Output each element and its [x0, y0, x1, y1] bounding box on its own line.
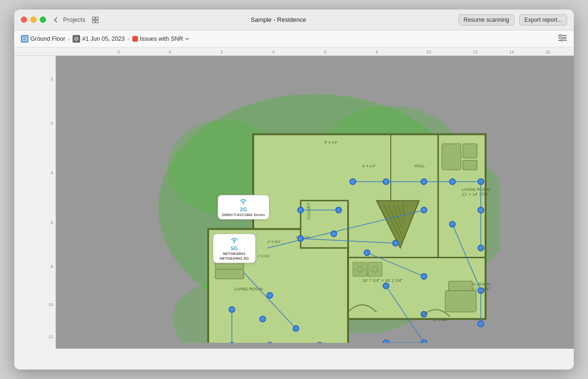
breadcrumb-filter[interactable]: Issues with SNR — [132, 36, 190, 42]
svg-text:11' 3 3/4": 11' 3 3/4" — [433, 318, 448, 322]
grid-view-toggle[interactable] — [92, 17, 99, 23]
ruler-v-tick-8: 8 — [51, 264, 53, 269]
ruler-h-tick-16: 16 — [545, 50, 550, 54]
ruler-v-tick-10: 10 — [48, 302, 53, 307]
svg-text:8' 4 1/4": 8' 4 1/4" — [324, 140, 338, 144]
svg-point-83 — [267, 292, 273, 298]
svg-point-55 — [421, 179, 427, 184]
floorplan-svg: CLOSET LIVING ROOM 11' × 14' 27/8' LIVIN… — [130, 72, 500, 343]
filter-settings-icon[interactable] — [558, 34, 567, 43]
chevron-down-icon — [185, 36, 190, 41]
floorplan: CLOSET LIVING ROOM 11' × 14' 27/8' LIVIN… — [130, 72, 500, 343]
projects-link[interactable]: Projects — [63, 16, 85, 23]
app-window: Projects Sample - Residence Resume scann… — [14, 9, 574, 370]
svg-text:16' 7 1/4" × 16' 2 1/4": 16' 7 1/4" × 16' 2 1/4" — [362, 278, 403, 283]
svg-text:2' 5 3/4": 2' 5 3/4" — [267, 240, 281, 244]
svg-point-54 — [383, 179, 389, 184]
ruler-v-tick-2: 2 — [51, 121, 53, 126]
sep1: › — [68, 36, 70, 42]
svg-point-11 — [560, 35, 561, 36]
export-report-button[interactable]: Export report... — [519, 14, 567, 26]
snr-dot — [132, 36, 138, 42]
svg-rect-103 — [353, 262, 367, 276]
resume-scanning-button[interactable]: Resume scanning — [459, 14, 514, 26]
ruler-h-tick-4: 4 — [272, 50, 275, 54]
svg-text:6' 4 1/4": 6' 4 1/4" — [362, 164, 376, 168]
map-area[interactable]: CLOSET LIVING ROOM 11' × 14' 27/8' LIVIN… — [56, 56, 574, 349]
sep2: › — [128, 36, 129, 42]
svg-point-59 — [478, 207, 484, 213]
svg-rect-96 — [442, 144, 461, 170]
svg-rect-1 — [96, 17, 98, 19]
svg-point-78 — [383, 340, 389, 343]
svg-text:LIVING ROOM: LIVING ROOM — [234, 287, 263, 291]
ruler-v-tick-0: 0 — [51, 77, 53, 81]
svg-point-56 — [450, 179, 455, 184]
svg-point-53 — [350, 179, 356, 184]
svg-point-12 — [563, 37, 565, 39]
ruler-h-tick-10: 10 — [426, 50, 431, 54]
ruler-h-tick-12: 12 — [473, 50, 478, 54]
ap-name-2g: DIRECT-81C1860 Series — [222, 213, 265, 217]
filter-label: Issues with SNR — [140, 36, 184, 42]
ruler-h-tick-8: 8 — [376, 50, 378, 54]
svg-rect-104 — [368, 262, 382, 276]
close-button[interactable] — [21, 17, 27, 23]
svg-text:11' × 14' 27/8': 11' × 14' 27/8' — [462, 192, 488, 197]
svg-rect-0 — [92, 17, 95, 19]
band-label-5g: 5G — [231, 245, 238, 251]
ruler-v-tick-6: 6 — [51, 220, 53, 225]
svg-text:HALL: HALL — [414, 163, 425, 168]
band-label-2g: 2G — [240, 207, 247, 212]
content-area: -2 0 2 4 6 8 10 12 14 16 0 2 4 6 8 10 — [14, 47, 574, 370]
svg-rect-99 — [445, 290, 476, 312]
scan-label: #1 Jun 05, 2023 — [82, 36, 125, 42]
svg-rect-102 — [215, 269, 244, 279]
wifi-icon-2g — [239, 197, 248, 206]
svg-point-69 — [331, 231, 337, 236]
svg-rect-100 — [449, 281, 472, 290]
ap-badge-5g[interactable]: 5G NETGEAR01 NETGEAR01-5G — [213, 234, 256, 263]
ruler-h-tick-0: 0 — [169, 50, 171, 54]
ruler-horizontal: -2 0 2 4 6 8 10 12 14 16 — [14, 47, 574, 56]
svg-point-85 — [260, 316, 266, 322]
ap-ssid-5g: NETGEAR01-5G — [220, 256, 248, 261]
svg-point-108 — [243, 203, 244, 204]
ruler-v-tick-4: 4 — [51, 171, 53, 175]
breadcrumb-scan[interactable]: #1 Jun 05, 2023 — [73, 35, 125, 43]
minimize-button[interactable] — [30, 17, 37, 23]
breadcrumb-floor[interactable]: Ground Floor — [21, 35, 65, 43]
svg-point-75 — [421, 273, 427, 279]
svg-rect-98 — [463, 160, 477, 170]
window-title: Sample - Residence — [105, 16, 452, 23]
titlebar: Projects Sample - Residence Resume scann… — [14, 9, 574, 30]
ruler-h-tick-minus2: -2 — [116, 50, 120, 54]
svg-text:2' 8 3/4": 2' 8 3/4" — [258, 254, 270, 258]
titlebar-actions: Resume scanning Export report... — [459, 14, 567, 26]
svg-rect-3 — [96, 20, 98, 22]
svg-point-60 — [478, 245, 484, 251]
svg-point-6 — [75, 37, 78, 40]
ap-badge-2g[interactable]: 2G DIRECT-81C1860 Series — [218, 195, 269, 219]
floor-label: Ground Floor — [30, 36, 65, 42]
svg-text:CLOSET: CLOSET — [306, 202, 311, 220]
traffic-lights — [21, 17, 46, 23]
scan-icon — [73, 35, 80, 43]
ruler-h-tick-14: 14 — [509, 50, 514, 54]
nav-back[interactable]: Projects — [53, 16, 85, 23]
breadcrumb-bar: Ground Floor › #1 Jun 05, 2023 › Issues … — [14, 30, 574, 47]
svg-rect-2 — [92, 20, 95, 22]
wifi-icon-5g — [230, 236, 239, 245]
floor-icon — [21, 35, 28, 43]
ruler-h-tick-6: 6 — [324, 50, 326, 54]
ap-name-5g: NETGEAR01 — [223, 252, 246, 256]
ruler-v-tick-12: 12 — [48, 334, 53, 339]
svg-rect-97 — [463, 144, 477, 158]
svg-point-13 — [561, 39, 563, 41]
svg-text:LIVING ROOM: LIVING ROOM — [462, 187, 490, 192]
maximize-button[interactable] — [40, 17, 46, 23]
svg-point-109 — [234, 242, 235, 243]
ruler-vertical: 0 2 4 6 8 10 12 — [14, 56, 56, 349]
svg-point-72 — [421, 207, 427, 213]
ruler-h-tick-2: 2 — [220, 50, 223, 54]
